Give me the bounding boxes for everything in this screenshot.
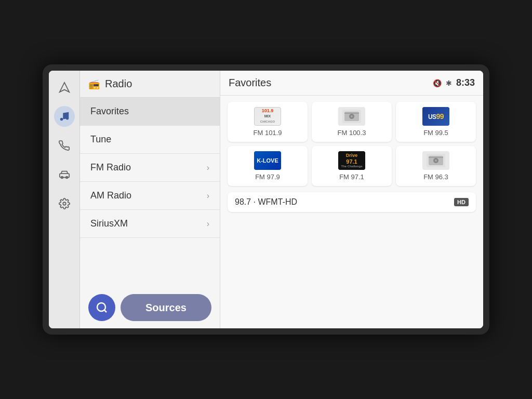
svg-line-8 [104,310,107,312]
chevron-icon: › [207,191,209,201]
sidebar-icon-navigation[interactable] [54,77,75,98]
menu-item-am-radio[interactable]: AM Radio › [80,182,220,210]
menu-header-title: Radio [105,78,132,90]
favorites-title: Favorites [229,77,271,89]
chevron-icon: › [207,219,209,229]
bluetooth-icon: ✱ [446,79,452,87]
favorite-tile-fm-1019[interactable]: 101.9MIXCHICAGO FM 101.9 [228,102,308,142]
status-bar: 🔇 ✱ 8:33 [433,77,475,88]
now-playing-text: 98.7 · WFMT-HD [235,197,297,207]
sidebar-icon-car[interactable] [54,164,75,185]
menu-header: 📻 Radio [80,71,220,98]
station-logo-1003 [338,107,365,126]
content-panel: Favorites 🔇 ✱ 8:33 101.9MIXCHICAGO FM 10… [220,71,483,328]
favorite-tile-fm-963[interactable]: FM 96.3 [396,146,476,186]
station-label-1003: FM 100.3 [338,129,366,137]
favorite-tile-fm-971[interactable]: Drive 97.1 The Challenge FM 97.1 [312,146,392,186]
svg-point-7 [97,303,105,311]
station-label-1019: FM 101.9 [254,129,282,137]
station-label-995: FM 99.5 [423,129,448,137]
content-header: Favorites 🔇 ✱ 8:33 [220,71,483,96]
muted-icon: 🔇 [433,79,442,87]
station-label-979: FM 97.9 [255,173,280,181]
svg-point-12 [351,115,353,117]
station-logo-995: US99 [422,107,449,126]
sidebar-icon-phone[interactable] [54,135,75,156]
screen: 📻 Radio Favorites Tune FM Radio › AM Rad… [49,71,483,328]
menu-item-fm-radio[interactable]: FM Radio › [80,154,220,182]
menu-item-siriusxm[interactable]: SiriusXM › [80,210,220,238]
sidebar [49,71,80,328]
clock: 8:33 [456,77,475,88]
now-playing-bar[interactable]: 98.7 · WFMT-HD HD [228,192,476,212]
favorite-tile-fm-995[interactable]: US99 FM 99.5 [396,102,476,142]
chevron-icon: › [207,163,209,172]
favorite-tile-fm-979[interactable]: K-LOVE FM 97.9 [228,146,308,186]
svg-point-6 [63,202,66,205]
hd-badge: HD [454,198,469,206]
sidebar-icon-settings[interactable] [54,193,75,214]
sidebar-icon-music[interactable] [54,106,75,127]
station-logo-979: K-LOVE [254,151,281,170]
sources-button[interactable]: Sources [121,294,211,321]
station-logo-1019: 101.9MIXCHICAGO [254,107,281,126]
menu-bottom: Sources [80,287,220,328]
station-logo-963 [422,151,449,170]
favorites-grid: 101.9MIXCHICAGO FM 101.9 [220,96,483,192]
search-button[interactable] [88,294,115,321]
station-logo-971: Drive 97.1 The Challenge [338,151,365,170]
menu-item-favorites[interactable]: Favorites [80,98,220,126]
menu-panel: 📻 Radio Favorites Tune FM Radio › AM Rad… [80,71,220,328]
menu-item-tune[interactable]: Tune [80,126,220,154]
radio-header-icon: 📻 [88,78,100,90]
favorite-tile-fm-1003[interactable]: FM 100.3 [312,102,392,142]
svg-point-2 [65,117,69,120]
svg-marker-0 [59,83,69,92]
station-label-963: FM 96.3 [423,173,448,181]
svg-point-17 [435,159,437,162]
station-label-971: FM 97.1 [339,173,364,181]
svg-point-1 [60,118,63,121]
car-frame: 📻 Radio Favorites Tune FM Radio › AM Rad… [43,64,489,335]
